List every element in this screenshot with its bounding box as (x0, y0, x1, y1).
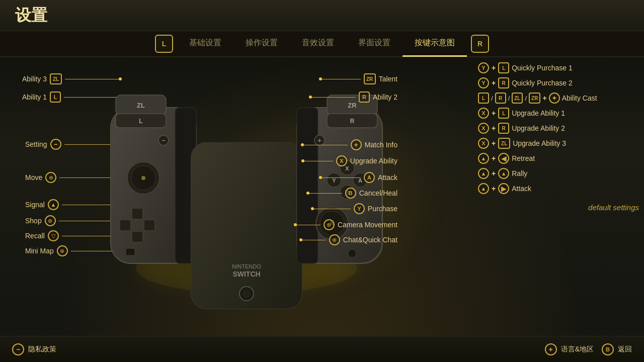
svg-text:R: R (350, 118, 355, 125)
back-text: 返回 (618, 345, 632, 354)
svg-rect-16 (132, 231, 143, 242)
bottom-right: + 语言&地区 B 返回 (545, 343, 632, 355)
svg-text:L: L (139, 118, 142, 125)
combo-retreat: ▲ + ◀ Retreat (478, 153, 639, 164)
svg-text:ZR: ZR (348, 102, 357, 109)
label-cancelheal: Cancel/Heal B (308, 188, 397, 199)
svg-point-14 (141, 176, 145, 180)
title-bar: 设置 (0, 0, 644, 31)
svg-text:SWITCH: SWITCH (232, 270, 260, 278)
combo-attack: ▲ + ▶ Attack (478, 183, 639, 194)
tab-audio[interactable]: 音效设置 (290, 31, 346, 57)
combo-quickly-purchase-1: Y + L Quickly Purchase 1 (478, 62, 639, 73)
combo-upgrade-3: X + ZL Upgrade Ability 3 (478, 138, 639, 149)
tab-nav-l[interactable]: L (155, 35, 173, 53)
label-attack: Attack A (320, 172, 397, 183)
language-item[interactable]: + 语言&地区 (545, 343, 594, 355)
tab-bar: L 基础设置 操作设置 音效设置 界面设置 按键示意图 R (0, 31, 644, 57)
label-purchase: Purchase Y (312, 203, 397, 214)
privacy-policy-text: 隐私政策 (28, 345, 56, 354)
main-content: Ability 3 ZL Ability 1 L Setting − Move … (0, 57, 644, 336)
svg-rect-18 (144, 220, 155, 231)
tab-ui[interactable]: 界面设置 (346, 31, 403, 57)
svg-rect-17 (120, 220, 131, 231)
combo-quickly-purchase-2: Y + R Quickly Purchase 2 (478, 77, 639, 88)
svg-point-25 (242, 289, 251, 298)
back-item[interactable]: B 返回 (602, 343, 632, 355)
combo-panel: Y + L Quickly Purchase 1 Y + R Quickly P… (478, 62, 639, 212)
label-talent: Talent ZR (320, 73, 397, 84)
combo-rally: ▲ + ▲ Rally (478, 168, 639, 179)
svg-text:NINTENDO: NINTENDO (232, 263, 261, 269)
bottom-bar: − 隐私政策 + 语言&地区 B 返回 (0, 336, 644, 362)
combo-upgrade-1: X + L Upgrade Ability 1 (478, 108, 639, 119)
tab-basic[interactable]: 基础设置 (177, 31, 233, 57)
svg-rect-15 (132, 208, 143, 219)
svg-text:ZL: ZL (137, 102, 145, 109)
controller-section: Ability 3 ZL Ability 1 L Setting − Move … (0, 57, 644, 336)
label-matchinfo: Match Info + (302, 139, 397, 150)
svg-rect-19 (126, 248, 135, 255)
plus-icon: + (545, 343, 557, 355)
combo-upgrade-2: X + R Upgrade Ability 2 (478, 123, 639, 134)
svg-rect-21 (191, 143, 302, 309)
tab-nav-r[interactable]: R (471, 35, 489, 53)
label-chat: Chat&Quick Chat ⊕ (301, 234, 397, 245)
b-icon: B (602, 343, 614, 355)
default-settings-label: default settings (478, 203, 639, 212)
label-ability2: Ability 2 R (310, 92, 397, 103)
language-text: 语言&地区 (561, 345, 594, 354)
label-upgradeability: Upgrade Ability X (303, 155, 397, 166)
tab-keymap[interactable]: 按键示意图 (403, 31, 467, 57)
label-camera: Camera Movement ⊕ (295, 219, 397, 230)
minus-icon: − (12, 343, 24, 355)
privacy-policy-item[interactable]: − 隐私政策 (12, 343, 56, 355)
svg-text:−: − (162, 136, 166, 144)
svg-point-46 (348, 249, 356, 257)
tab-controls[interactable]: 操作设置 (233, 31, 290, 57)
combo-ability-cast: L / R / ZL / ZR + ✦ Ability Cast (478, 93, 639, 104)
page-title: 设置 (15, 5, 47, 27)
